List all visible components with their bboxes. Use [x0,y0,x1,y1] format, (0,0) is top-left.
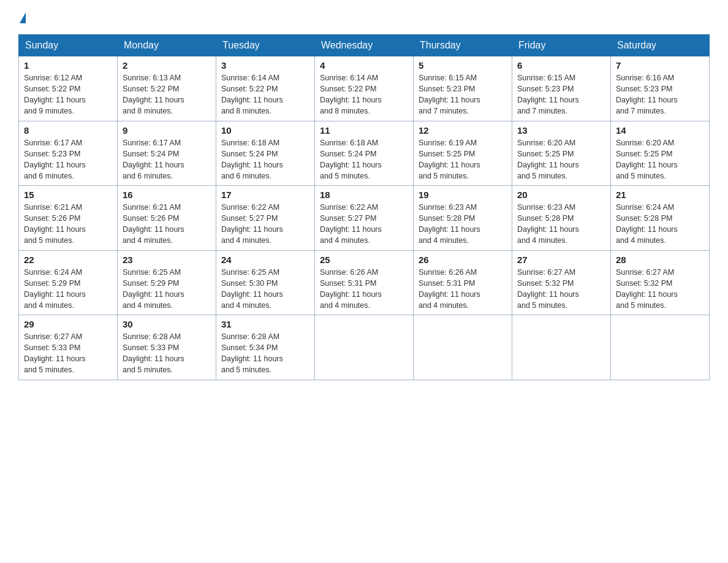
day-number: 27 [517,255,605,265]
calendar-cell: 28 Sunrise: 6:27 AM Sunset: 5:32 PM Dayl… [611,250,710,315]
calendar-cell [414,315,512,380]
day-info: Sunrise: 6:14 AM Sunset: 5:22 PM Dayligh… [320,72,408,117]
day-info: Sunrise: 6:17 AM Sunset: 5:24 PM Dayligh… [123,137,211,182]
calendar-cell: 23 Sunrise: 6:25 AM Sunset: 5:29 PM Dayl… [118,250,216,315]
day-number: 28 [616,255,704,265]
day-number: 4 [320,60,408,71]
day-info: Sunrise: 6:17 AM Sunset: 5:23 PM Dayligh… [24,137,112,182]
calendar-cell: 27 Sunrise: 6:27 AM Sunset: 5:32 PM Dayl… [512,250,611,315]
day-info: Sunrise: 6:15 AM Sunset: 5:23 PM Dayligh… [419,72,507,117]
day-number: 3 [221,60,309,71]
calendar-cell: 30 Sunrise: 6:28 AM Sunset: 5:33 PM Dayl… [118,315,216,380]
day-number: 31 [221,319,309,329]
day-number: 26 [419,255,507,265]
logo-triangle-icon [20,12,26,23]
calendar-header-row: SundayMondayTuesdayWednesdayThursdayFrid… [19,35,710,56]
calendar-cell: 8 Sunrise: 6:17 AM Sunset: 5:23 PM Dayli… [19,121,118,186]
day-number: 17 [221,190,309,200]
day-number: 22 [24,255,112,265]
calendar-cell: 16 Sunrise: 6:21 AM Sunset: 5:26 PM Dayl… [118,186,216,251]
column-header-wednesday: Wednesday [315,35,414,56]
calendar-cell: 11 Sunrise: 6:18 AM Sunset: 5:24 PM Dayl… [315,121,414,186]
day-number: 16 [123,190,211,200]
calendar-cell: 10 Sunrise: 6:18 AM Sunset: 5:24 PM Dayl… [216,121,315,186]
column-header-tuesday: Tuesday [216,35,315,56]
day-number: 12 [419,125,507,136]
day-number: 20 [517,190,605,200]
calendar-cell [611,315,710,380]
calendar-week-row: 8 Sunrise: 6:17 AM Sunset: 5:23 PM Dayli… [19,121,710,186]
column-header-thursday: Thursday [414,35,512,56]
calendar-cell: 4 Sunrise: 6:14 AM Sunset: 5:22 PM Dayli… [315,56,414,121]
day-number: 25 [320,255,408,265]
day-info: Sunrise: 6:18 AM Sunset: 5:24 PM Dayligh… [221,137,309,182]
day-info: Sunrise: 6:12 AM Sunset: 5:22 PM Dayligh… [24,72,112,117]
day-info: Sunrise: 6:27 AM Sunset: 5:32 PM Dayligh… [517,267,605,312]
calendar-cell: 31 Sunrise: 6:28 AM Sunset: 5:34 PM Dayl… [216,315,315,380]
day-info: Sunrise: 6:23 AM Sunset: 5:28 PM Dayligh… [517,202,605,247]
day-number: 7 [616,60,704,71]
day-info: Sunrise: 6:22 AM Sunset: 5:27 PM Dayligh… [221,202,309,247]
day-number: 11 [320,125,408,136]
day-info: Sunrise: 6:19 AM Sunset: 5:25 PM Dayligh… [419,137,507,182]
day-number: 29 [24,319,112,329]
calendar-cell [512,315,611,380]
day-number: 14 [616,125,704,136]
day-number: 9 [123,125,211,136]
day-info: Sunrise: 6:20 AM Sunset: 5:25 PM Dayligh… [517,137,605,182]
calendar-cell: 1 Sunrise: 6:12 AM Sunset: 5:22 PM Dayli… [19,56,118,121]
day-info: Sunrise: 6:21 AM Sunset: 5:26 PM Dayligh… [123,202,211,247]
day-info: Sunrise: 6:16 AM Sunset: 5:23 PM Dayligh… [616,72,704,117]
page-header [18,12,710,23]
calendar-cell: 25 Sunrise: 6:26 AM Sunset: 5:31 PM Dayl… [315,250,414,315]
calendar-cell: 24 Sunrise: 6:25 AM Sunset: 5:30 PM Dayl… [216,250,315,315]
day-info: Sunrise: 6:24 AM Sunset: 5:28 PM Dayligh… [616,202,704,247]
day-number: 19 [419,190,507,200]
day-info: Sunrise: 6:13 AM Sunset: 5:22 PM Dayligh… [123,72,211,117]
calendar-cell [315,315,414,380]
day-info: Sunrise: 6:21 AM Sunset: 5:26 PM Dayligh… [24,202,112,247]
calendar-table: SundayMondayTuesdayWednesdayThursdayFrid… [18,34,710,380]
day-info: Sunrise: 6:24 AM Sunset: 5:29 PM Dayligh… [24,267,112,312]
day-info: Sunrise: 6:26 AM Sunset: 5:31 PM Dayligh… [320,267,408,312]
column-header-monday: Monday [118,35,216,56]
day-number: 18 [320,190,408,200]
day-info: Sunrise: 6:27 AM Sunset: 5:32 PM Dayligh… [616,267,704,312]
calendar-cell: 12 Sunrise: 6:19 AM Sunset: 5:25 PM Dayl… [414,121,512,186]
day-number: 6 [517,60,605,71]
day-info: Sunrise: 6:28 AM Sunset: 5:33 PM Dayligh… [123,331,211,376]
calendar-week-row: 1 Sunrise: 6:12 AM Sunset: 5:22 PM Dayli… [19,56,710,121]
calendar-week-row: 22 Sunrise: 6:24 AM Sunset: 5:29 PM Dayl… [19,250,710,315]
column-header-sunday: Sunday [19,35,118,56]
day-number: 5 [419,60,507,71]
day-info: Sunrise: 6:23 AM Sunset: 5:28 PM Dayligh… [419,202,507,247]
calendar-cell: 17 Sunrise: 6:22 AM Sunset: 5:27 PM Dayl… [216,186,315,251]
column-header-saturday: Saturday [611,35,710,56]
calendar-cell: 13 Sunrise: 6:20 AM Sunset: 5:25 PM Dayl… [512,121,611,186]
calendar-week-row: 15 Sunrise: 6:21 AM Sunset: 5:26 PM Dayl… [19,186,710,251]
day-info: Sunrise: 6:27 AM Sunset: 5:33 PM Dayligh… [24,331,112,376]
calendar-cell: 6 Sunrise: 6:15 AM Sunset: 5:23 PM Dayli… [512,56,611,121]
day-number: 2 [123,60,211,71]
day-number: 13 [517,125,605,136]
day-number: 10 [221,125,309,136]
day-info: Sunrise: 6:28 AM Sunset: 5:34 PM Dayligh… [221,331,309,376]
calendar-cell: 15 Sunrise: 6:21 AM Sunset: 5:26 PM Dayl… [19,186,118,251]
day-info: Sunrise: 6:18 AM Sunset: 5:24 PM Dayligh… [320,137,408,182]
calendar-cell: 29 Sunrise: 6:27 AM Sunset: 5:33 PM Dayl… [19,315,118,380]
day-number: 21 [616,190,704,200]
day-info: Sunrise: 6:20 AM Sunset: 5:25 PM Dayligh… [616,137,704,182]
calendar-week-row: 29 Sunrise: 6:27 AM Sunset: 5:33 PM Dayl… [19,315,710,380]
day-info: Sunrise: 6:22 AM Sunset: 5:27 PM Dayligh… [320,202,408,247]
calendar-cell: 9 Sunrise: 6:17 AM Sunset: 5:24 PM Dayli… [118,121,216,186]
day-number: 30 [123,319,211,329]
day-info: Sunrise: 6:26 AM Sunset: 5:31 PM Dayligh… [419,267,507,312]
day-number: 1 [24,60,112,71]
day-number: 24 [221,255,309,265]
day-info: Sunrise: 6:14 AM Sunset: 5:22 PM Dayligh… [221,72,309,117]
day-info: Sunrise: 6:15 AM Sunset: 5:23 PM Dayligh… [517,72,605,117]
day-info: Sunrise: 6:25 AM Sunset: 5:30 PM Dayligh… [221,267,309,312]
column-header-friday: Friday [512,35,611,56]
calendar-cell: 2 Sunrise: 6:13 AM Sunset: 5:22 PM Dayli… [118,56,216,121]
calendar-cell: 26 Sunrise: 6:26 AM Sunset: 5:31 PM Dayl… [414,250,512,315]
